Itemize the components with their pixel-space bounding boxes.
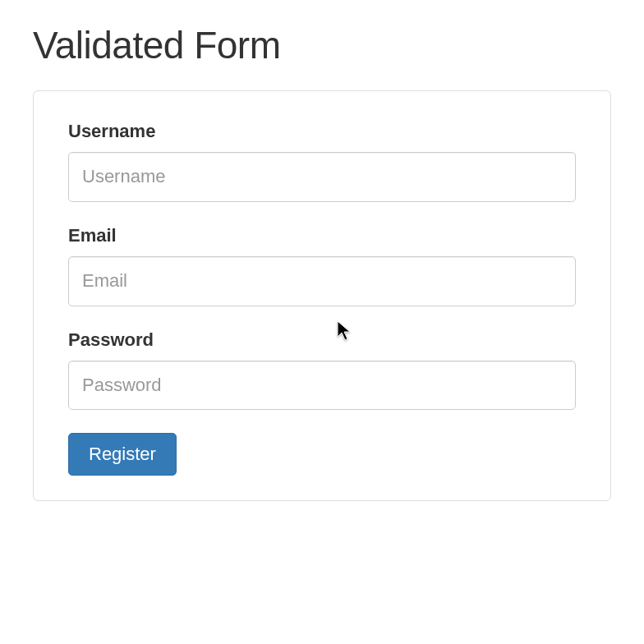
page-title: Validated Form xyxy=(33,23,611,67)
username-label: Username xyxy=(68,121,576,142)
form-card: Username Email Password Register xyxy=(33,90,611,501)
form-group-password: Password xyxy=(68,329,576,411)
email-input[interactable] xyxy=(68,256,576,306)
email-label: Email xyxy=(68,225,576,246)
password-label: Password xyxy=(68,329,576,351)
password-input[interactable] xyxy=(68,361,576,411)
form-group-username: Username xyxy=(68,121,576,202)
username-input[interactable] xyxy=(68,152,576,202)
form-group-email: Email xyxy=(68,225,576,306)
register-button[interactable]: Register xyxy=(68,433,177,476)
